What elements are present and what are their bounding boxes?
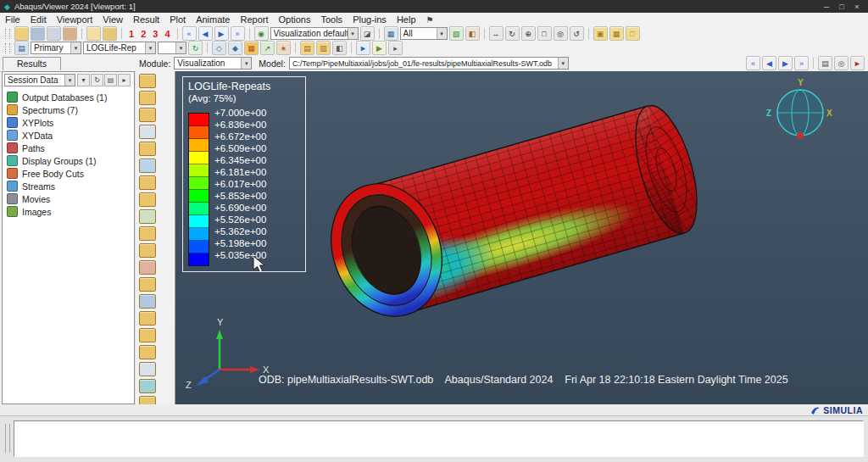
viewport-4-button[interactable]: 4: [162, 29, 172, 39]
tree-collapse-button[interactable]: ▾: [77, 74, 90, 86]
menu-item[interactable]: Tools: [315, 14, 348, 25]
capture-icon[interactable]: [63, 26, 77, 41]
minimize-button[interactable]: ─: [820, 3, 833, 11]
toolbox-icon[interactable]: [139, 260, 156, 275]
maximize-button[interactable]: □: [835, 3, 849, 11]
menu-item[interactable]: File: [0, 14, 25, 25]
menu-item[interactable]: Help: [392, 14, 421, 25]
last-frame-button[interactable]: »: [794, 56, 809, 70]
box-zoom-icon[interactable]: □: [537, 26, 552, 41]
view-options-icon[interactable]: ◪: [360, 26, 375, 41]
plot-contours-icon[interactable]: ▦: [244, 41, 259, 55]
toolbox-icon[interactable]: [139, 243, 156, 258]
open-database-icon[interactable]: [14, 26, 29, 41]
display-group-combo[interactable]: All▾: [400, 27, 448, 40]
plot-undeformed-icon[interactable]: ◇: [212, 41, 226, 55]
toolbox-icon[interactable]: [139, 328, 156, 342]
toolbox-icon[interactable]: [139, 277, 156, 292]
boolean-display-group-icon[interactable]: ◧: [465, 26, 480, 41]
maximize-viewport-icon[interactable]: □: [626, 26, 640, 41]
toolbox-icon[interactable]: [139, 311, 156, 326]
display-group-icon[interactable]: ▦: [384, 26, 398, 41]
create-display-group-icon[interactable]: ▧: [449, 26, 464, 41]
toolbox-icon[interactable]: [139, 209, 156, 224]
tree-item[interactable]: Images: [7, 205, 134, 218]
tree-refresh-button[interactable]: ↻: [91, 74, 103, 86]
previous-frame-button[interactable]: ◀: [762, 56, 776, 70]
toolbox-icon[interactable]: [139, 142, 156, 156]
splitter-handle[interactable]: [5, 424, 10, 453]
toolbox-icon[interactable]: [139, 294, 156, 309]
animate-scale-factor-icon[interactable]: ▶: [372, 41, 387, 55]
tree-item[interactable]: Free Body Cuts: [7, 167, 134, 180]
cascade-viewports-icon[interactable]: ▣: [593, 26, 608, 41]
tree-item[interactable]: Streams: [7, 180, 134, 192]
close-button[interactable]: ×: [850, 3, 864, 11]
tree-item[interactable]: Paths: [7, 142, 134, 154]
menu-item[interactable]: Animate: [191, 14, 235, 25]
menu-item[interactable]: Report: [235, 14, 273, 25]
chevron-down-icon[interactable]: ▾: [64, 75, 75, 86]
toolbar-grip[interactable]: [5, 29, 10, 39]
frame-selector-icon[interactable]: ▤: [818, 56, 832, 70]
tab-results[interactable]: Results: [3, 57, 61, 70]
message-log[interactable]: [14, 420, 864, 457]
menu-item[interactable]: View: [97, 14, 128, 25]
toolbox-icon[interactable]: [139, 345, 156, 359]
toolbox-icon[interactable]: [139, 91, 156, 105]
menu-item[interactable]: Plot: [164, 14, 191, 25]
field-output-position-combo[interactable]: Primary▾: [31, 42, 81, 54]
toolbox-icon[interactable]: [139, 175, 156, 190]
first-frame-button[interactable]: «: [746, 56, 760, 70]
create-viewport-icon[interactable]: [86, 26, 101, 41]
pipe-model[interactable]: [313, 99, 709, 332]
tree-item[interactable]: Display Groups (1): [7, 154, 134, 167]
menu-item[interactable]: Viewport: [52, 14, 98, 25]
chevron-down-icon[interactable]: ▾: [241, 58, 251, 69]
fit-view-icon[interactable]: ◎: [554, 26, 568, 41]
previous-frame-button[interactable]: ◀: [198, 26, 213, 41]
chevron-down-icon[interactable]: ▾: [145, 42, 155, 53]
chevron-down-icon[interactable]: ▾: [175, 42, 186, 53]
toolbox-icon[interactable]: [139, 108, 156, 122]
tile-viewports-icon[interactable]: ▦: [609, 26, 624, 41]
save-session-icon[interactable]: [31, 26, 45, 41]
contour-legend[interactable]: LOGLife-Repeats (Avg: 75%) +7.000e+00+6.…: [182, 76, 306, 272]
tree-filter-button[interactable]: ▤: [104, 74, 117, 86]
viewport-3-button[interactable]: 3: [150, 29, 160, 39]
toolbox-icon[interactable]: [139, 74, 156, 88]
common-options-icon[interactable]: ▥: [316, 41, 331, 55]
tree-item[interactable]: XYPlots: [7, 116, 134, 129]
menu-item[interactable]: Edit: [25, 14, 52, 25]
previous-view-icon[interactable]: ↺: [570, 26, 584, 41]
tree-item[interactable]: Output Databases (1): [7, 91, 134, 103]
plot-symbols-icon[interactable]: ↗: [260, 41, 275, 55]
tree-options-button[interactable]: ▸: [118, 74, 131, 86]
viewport-2-button[interactable]: 2: [138, 29, 148, 39]
next-frame-button[interactable]: ▶: [778, 56, 793, 70]
chevron-down-icon[interactable]: ▾: [558, 58, 568, 69]
rotate-view-icon[interactable]: ↻: [505, 26, 520, 41]
toolbar-grip[interactable]: [5, 43, 10, 53]
toolbox-icon[interactable]: [139, 379, 156, 393]
visualization-defaults-combo[interactable]: Visualization defaults▾: [270, 27, 359, 40]
plot-deformed-icon[interactable]: ◆: [228, 41, 242, 55]
menu-item[interactable]: Plug-ins: [348, 14, 392, 25]
viewport-1-button[interactable]: 1: [126, 29, 136, 39]
viewport-canvas[interactable]: Y X Z Y X Z LOGLife-Repeats (Avg: 75: [175, 71, 868, 404]
apply-field-output-icon[interactable]: ↻: [188, 41, 203, 55]
toolbox-icon[interactable]: [139, 226, 156, 241]
toolbox-icon[interactable]: [139, 125, 156, 139]
plot-state-icon[interactable]: ◉: [254, 26, 269, 41]
toolbox-icon[interactable]: [139, 192, 156, 207]
toolbox-icon[interactable]: [139, 362, 156, 376]
chevron-down-icon[interactable]: ▾: [70, 42, 81, 53]
animate-time-history-icon[interactable]: ►: [356, 41, 370, 55]
view-compass[interactable]: Y X Z: [766, 78, 832, 139]
snapshot-icon[interactable]: ◎: [834, 56, 849, 70]
chevron-down-icon[interactable]: ▾: [348, 28, 358, 39]
viewport-annotation-icon[interactable]: [103, 26, 117, 41]
contour-options-icon[interactable]: ▤: [300, 41, 314, 55]
menu-item[interactable]: Result: [128, 14, 164, 25]
superimpose-options-icon[interactable]: ◧: [332, 41, 347, 55]
